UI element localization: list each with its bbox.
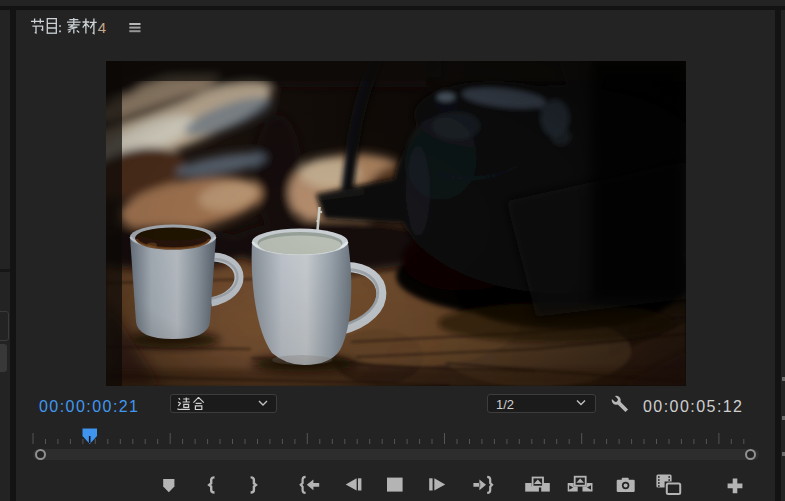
- svg-text:4: 4: [98, 19, 106, 36]
